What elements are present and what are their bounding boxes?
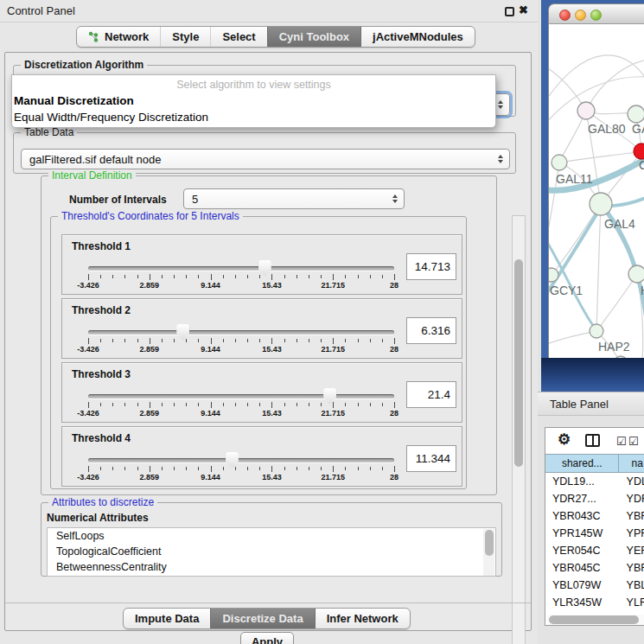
minor-tick bbox=[370, 339, 371, 342]
network-node[interactable] bbox=[628, 265, 644, 283]
network-node[interactable] bbox=[552, 155, 567, 170]
threshold-value-input[interactable]: 21.4 bbox=[406, 381, 456, 408]
threshold-value-input[interactable]: 6.316 bbox=[406, 317, 456, 344]
minor-tick bbox=[345, 403, 346, 406]
network-node-label: GA bbox=[632, 122, 644, 136]
network-window-titlebar[interactable] bbox=[548, 3, 644, 24]
network-frame-bottom bbox=[541, 358, 644, 394]
slider-thumb[interactable] bbox=[226, 452, 239, 469]
network-node[interactable] bbox=[628, 105, 644, 123]
minor-tick bbox=[309, 275, 309, 278]
network-node[interactable] bbox=[577, 102, 595, 119]
tab-impute-data[interactable]: Impute Data bbox=[124, 609, 210, 628]
tab-select[interactable]: Select bbox=[210, 27, 266, 47]
tab-style[interactable]: Style bbox=[160, 27, 210, 47]
number-of-intervals-combobox[interactable]: 5 bbox=[183, 188, 405, 209]
table-row[interactable]: YER054CYER0 bbox=[545, 542, 644, 559]
threshold-value-input[interactable]: 14.713 bbox=[406, 253, 456, 280]
major-tick bbox=[150, 466, 150, 472]
tab-discretize-data[interactable]: Discretize Data bbox=[210, 609, 314, 628]
slider-track[interactable] bbox=[88, 394, 394, 399]
mac-minimize-button[interactable] bbox=[575, 10, 586, 21]
table-data-group: Table Data galFiltered.sif default node bbox=[13, 132, 516, 174]
major-tick bbox=[271, 338, 272, 344]
algorithm-option[interactable]: Manual Discretization bbox=[12, 92, 495, 109]
attribute-list-item[interactable]: TopologicalCoefficient bbox=[48, 544, 495, 559]
table-row[interactable]: YBL079WYBL0 bbox=[545, 577, 644, 594]
minor-tick bbox=[235, 275, 236, 278]
minor-tick bbox=[345, 275, 346, 278]
major-tick bbox=[88, 466, 89, 472]
tab-label: Network bbox=[105, 30, 149, 43]
network-node[interactable] bbox=[590, 324, 603, 338]
checkbox-column-icon[interactable]: ☑ bbox=[628, 435, 639, 448]
table-row[interactable]: YDL19...YDL1 bbox=[545, 473, 644, 490]
network-node[interactable] bbox=[549, 268, 558, 282]
minor-tick bbox=[186, 403, 187, 406]
cell-name: YDR2 bbox=[620, 490, 644, 507]
minor-tick bbox=[100, 275, 101, 278]
apply-button[interactable]: Apply bbox=[240, 632, 294, 644]
table-data-combobox[interactable]: galFiltered.sif default node bbox=[21, 149, 510, 169]
table-horizontal-scrollbar[interactable] bbox=[547, 615, 644, 625]
cell-name: YBR0 bbox=[620, 507, 644, 525]
mac-close-button[interactable] bbox=[559, 10, 571, 21]
checkbox-column-icon[interactable]: ☑ bbox=[616, 435, 627, 448]
table-row[interactable]: YBR045CYBR0 bbox=[545, 559, 644, 577]
column-header-shared[interactable]: shared... bbox=[545, 454, 619, 473]
minor-tick bbox=[259, 339, 260, 342]
network-node[interactable] bbox=[590, 193, 612, 215]
network-edge[interactable] bbox=[596, 274, 637, 331]
numerical-attributes-list[interactable]: SelfLoopsTopologicalCoefficientBetweenne… bbox=[47, 527, 496, 577]
table-row[interactable]: YDR27...YDR2 bbox=[545, 490, 644, 507]
attributes-scrollbar[interactable] bbox=[483, 529, 494, 577]
network-canvas[interactable]: GAL80GACGAL11GAL4GCY1HHAP2 bbox=[548, 24, 644, 361]
table-row[interactable]: YLR345WYLR3 bbox=[545, 594, 644, 611]
major-tick bbox=[150, 274, 150, 280]
tab-network[interactable]: Network bbox=[77, 27, 160, 47]
major-tick bbox=[333, 402, 334, 408]
float-window-icon[interactable] bbox=[505, 7, 514, 16]
table-row[interactable]: YPR145WYPR1 bbox=[545, 525, 644, 542]
major-tick bbox=[333, 338, 334, 344]
tab-label: jActiveMNodules bbox=[373, 30, 463, 43]
slider-thumb[interactable] bbox=[323, 388, 336, 405]
minor-tick bbox=[284, 339, 285, 342]
column-header-name[interactable]: na bbox=[619, 454, 644, 473]
major-tick bbox=[150, 402, 150, 408]
threshold-value-input[interactable]: 11.344 bbox=[406, 445, 456, 472]
close-icon[interactable]: ✖ bbox=[519, 3, 528, 16]
slider-track[interactable] bbox=[88, 330, 394, 335]
cell-shared-name: YIL052C bbox=[545, 611, 620, 613]
settings-gear-icon[interactable]: ⚙ bbox=[558, 430, 571, 449]
minor-tick bbox=[296, 339, 297, 342]
slider-track[interactable] bbox=[88, 458, 394, 462]
table-row[interactable]: YIL052CYIL0 bbox=[545, 611, 644, 613]
tab-cyni-toolbox[interactable]: Cyni Toolbox bbox=[267, 27, 360, 47]
tab-jactivemnodules[interactable]: jActiveMNodules bbox=[360, 27, 475, 47]
minor-tick bbox=[284, 403, 285, 406]
tick-label: 2.859 bbox=[140, 345, 160, 354]
slider-track[interactable] bbox=[88, 266, 394, 271]
panel-vertical-scrollbar[interactable] bbox=[512, 215, 526, 644]
cell-shared-name: YBR045C bbox=[545, 559, 620, 577]
slider-thumb[interactable] bbox=[176, 324, 189, 341]
tab-infer-network[interactable]: Infer Network bbox=[315, 609, 410, 628]
cell-name: YER0 bbox=[620, 542, 644, 559]
major-tick bbox=[271, 274, 272, 280]
network-node[interactable] bbox=[634, 143, 644, 159]
minor-tick bbox=[124, 403, 125, 406]
table-row[interactable]: YBR043CYBR0 bbox=[545, 507, 644, 525]
split-columns-icon[interactable] bbox=[585, 434, 600, 447]
number-of-intervals-value: 5 bbox=[192, 193, 198, 206]
minor-tick bbox=[296, 275, 297, 278]
attribute-list-item[interactable]: SelfLoops bbox=[48, 528, 495, 544]
attribute-list-item[interactable]: BetweennessCentrality bbox=[48, 559, 495, 575]
algorithm-option[interactable]: Equal Width/Frequency Discretization bbox=[12, 109, 495, 125]
minor-tick bbox=[382, 403, 383, 406]
minor-tick bbox=[345, 467, 346, 470]
network-edge[interactable] bbox=[559, 151, 641, 163]
mac-zoom-button[interactable] bbox=[590, 10, 602, 21]
algorithm-popup-prompt: Select algorithm to view settings bbox=[12, 75, 495, 92]
network-edge[interactable] bbox=[596, 204, 601, 331]
